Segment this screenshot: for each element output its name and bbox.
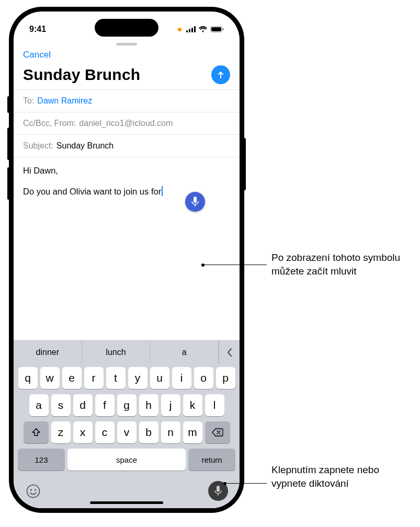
key-row-3: z x c v b n m <box>16 421 237 443</box>
svg-point-11 <box>34 489 36 490</box>
key-k[interactable]: k <box>183 394 202 416</box>
status-time: 9:41 <box>29 25 61 34</box>
key-j[interactable]: j <box>161 394 180 416</box>
key-d[interactable]: d <box>73 394 93 416</box>
body-line-1: Hi Dawn, <box>23 165 230 176</box>
key-a[interactable]: a <box>29 394 49 416</box>
svg-rect-7 <box>194 197 197 203</box>
shift-icon <box>31 428 41 437</box>
backspace-key[interactable] <box>205 421 230 443</box>
keyboard-bottom-row <box>14 476 240 503</box>
svg-point-9 <box>27 485 39 497</box>
callout-line-2 <box>225 483 267 484</box>
key-n[interactable]: n <box>161 421 180 443</box>
numbers-key[interactable]: 123 <box>18 449 65 471</box>
backspace-icon <box>212 428 223 437</box>
key-c[interactable]: c <box>95 421 115 443</box>
home-indicator[interactable] <box>90 501 163 504</box>
subject-value: Sunday Brunch <box>56 141 113 151</box>
status-right <box>178 26 224 32</box>
email-body[interactable]: Hi Dawn, Do you and Olivia want to join … <box>14 157 240 340</box>
to-field[interactable]: To: Dawn Ramirez <box>14 89 240 112</box>
key-s[interactable]: s <box>51 394 71 416</box>
return-key[interactable]: return <box>188 449 235 471</box>
dynamic-island <box>95 19 158 37</box>
key-h[interactable]: h <box>139 394 158 416</box>
key-w[interactable]: w <box>40 367 60 389</box>
to-label: To: <box>23 96 34 106</box>
svg-rect-1 <box>189 29 190 33</box>
ccbcc-label: Cc/Bcc, From: <box>23 119 76 128</box>
microphone-icon <box>191 197 199 207</box>
arrow-up-icon <box>216 70 225 79</box>
mail-compose-sheet: Cancel Sunday Brunch To: Dawn Ramirez Cc… <box>14 40 240 508</box>
key-o[interactable]: o <box>194 367 213 389</box>
key-row-2: a s d f g h j k l <box>16 394 237 416</box>
suggestion-collapse-button[interactable] <box>219 341 240 364</box>
svg-rect-5 <box>211 27 221 31</box>
key-t[interactable]: t <box>106 367 126 389</box>
key-row-4: 123 space return <box>16 449 237 471</box>
key-p[interactable]: p <box>216 367 235 389</box>
subject-field[interactable]: Subject: Sunday Brunch <box>14 134 240 157</box>
sheet-grabber[interactable] <box>116 43 137 45</box>
svg-rect-12 <box>217 486 220 492</box>
from-value: daniel_rico1@icloud.com <box>79 119 173 128</box>
key-y[interactable]: y <box>128 367 147 389</box>
microphone-icon <box>214 486 222 496</box>
suggestion-3[interactable]: a <box>150 341 219 364</box>
svg-rect-6 <box>223 28 224 30</box>
key-g[interactable]: g <box>117 394 137 416</box>
key-x[interactable]: x <box>73 421 93 443</box>
key-row-1: q w e r t y u i o p <box>16 367 237 389</box>
text-caret <box>162 186 163 196</box>
key-z[interactable]: z <box>51 421 71 443</box>
volume-down-button <box>7 167 10 200</box>
to-recipient[interactable]: Dawn Ramirez <box>37 96 92 106</box>
battery-icon <box>210 26 224 32</box>
mic-in-use-dot-icon <box>178 28 181 31</box>
cancel-button[interactable]: Cancel <box>23 50 51 60</box>
key-b[interactable]: b <box>139 421 158 443</box>
volume-up-button <box>7 128 10 160</box>
key-q[interactable]: q <box>18 367 38 389</box>
key-f[interactable]: f <box>95 394 115 416</box>
svg-rect-3 <box>194 26 196 32</box>
callout-dictation-active: Po zobrazení tohoto symbolu můžete začít… <box>271 251 410 278</box>
callout-line-1 <box>203 265 267 265</box>
emoji-button[interactable] <box>25 483 41 499</box>
suggestion-2[interactable]: lunch <box>82 341 151 364</box>
screen: 9:41 Cancel Sunday Brunch To: Dawn <box>14 12 240 508</box>
phone-frame: 9:41 Cancel Sunday Brunch To: Dawn <box>9 7 244 512</box>
side-button <box>243 138 246 190</box>
dictation-active-indicator[interactable] <box>185 192 205 212</box>
send-button[interactable] <box>211 65 230 84</box>
key-v[interactable]: v <box>117 421 137 443</box>
email-title: Sunday Brunch <box>23 66 140 84</box>
silent-switch <box>7 96 10 113</box>
key-e[interactable]: e <box>62 367 82 389</box>
shift-key[interactable] <box>24 421 49 443</box>
svg-rect-0 <box>186 30 188 32</box>
emoji-icon <box>26 484 40 498</box>
ccbcc-from-field[interactable]: Cc/Bcc, From: daniel_rico1@icloud.com <box>14 112 240 134</box>
key-l[interactable]: l <box>205 394 224 416</box>
key-r[interactable]: r <box>84 367 104 389</box>
space-key[interactable]: space <box>67 449 186 471</box>
key-i[interactable]: i <box>172 367 191 389</box>
svg-point-10 <box>30 489 31 490</box>
wifi-icon <box>198 26 208 32</box>
keyboard: dinner lunch a q w e r t y u <box>14 340 240 508</box>
svg-rect-2 <box>191 28 193 32</box>
suggestion-1[interactable]: dinner <box>14 341 82 364</box>
chevron-left-icon <box>226 348 233 357</box>
suggestion-bar: dinner lunch a <box>14 341 240 364</box>
callout-mic-button: Klepnutím zapnete nebo vypnete diktování <box>271 463 407 490</box>
key-u[interactable]: u <box>150 367 169 389</box>
key-m[interactable]: m <box>183 421 202 443</box>
cellular-icon <box>186 26 196 32</box>
subject-label: Subject: <box>23 141 53 151</box>
